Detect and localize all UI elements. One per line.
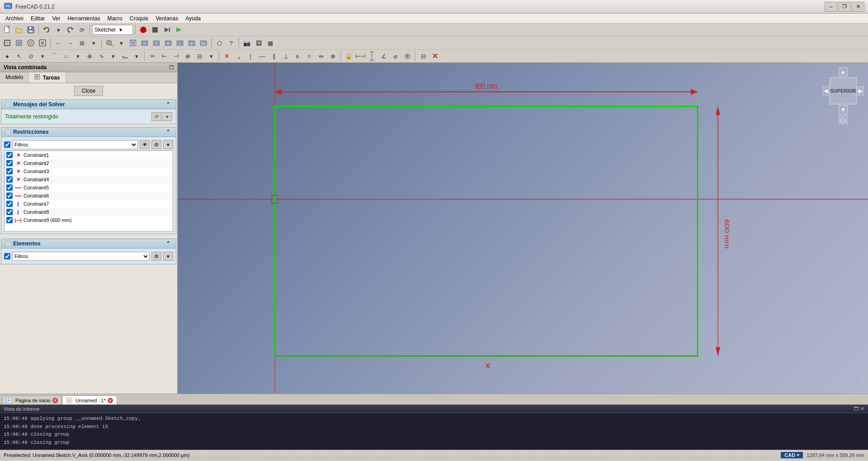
log-detach-btn[interactable]: 🗖 (854, 406, 859, 412)
constrain-coincident[interactable]: ⌟ (233, 51, 244, 61)
cad-dropdown-icon[interactable]: ▾ (797, 453, 799, 457)
mirror-dd[interactable]: ▾ (206, 51, 217, 61)
arc-btn[interactable]: ⌒ (49, 51, 60, 61)
restore-button[interactable]: ❐ (838, 2, 851, 12)
stop-button[interactable] (138, 24, 149, 35)
redo-button[interactable] (65, 24, 75, 35)
constraint3-check[interactable] (6, 168, 13, 174)
view-more-dd[interactable]: ▾ (88, 38, 99, 48)
restrictions-section-header[interactable]: Restricciones ⌃ (1, 127, 176, 137)
constrain-equal[interactable]: = (304, 51, 315, 61)
list-item[interactable]: ✕ Constraint2 (5, 159, 173, 167)
select-btn[interactable]: ↖ (14, 51, 24, 61)
restrictions-dd-btn[interactable]: ▾ (163, 140, 173, 149)
menu-editar[interactable]: Editar (27, 14, 48, 23)
sketch-close-btn[interactable]: ✕ (429, 51, 440, 61)
view-tool-2[interactable]: ? (226, 38, 236, 48)
elements-dd-btn[interactable]: ▾ (163, 252, 173, 261)
elements-section-header[interactable]: Elementos ⌃ (1, 239, 176, 249)
fillet-dd[interactable]: ▾ (131, 51, 142, 61)
render2-btn[interactable]: ▦ (265, 38, 276, 48)
list-item[interactable]: | Constraint8 (5, 208, 173, 216)
list-item[interactable]: ✕ Constraint4 (5, 175, 173, 183)
solver-dd-btn[interactable]: ▾ (162, 112, 172, 121)
home-view-btn[interactable] (127, 38, 138, 48)
photo-btn[interactable]: 📷 (241, 38, 252, 48)
tab-modelo[interactable]: Modelo (0, 72, 29, 83)
ellipse-btn[interactable]: ⊕ (84, 51, 95, 61)
refresh-button[interactable]: ⟳ (76, 24, 87, 35)
mirror-btn[interactable]: ⊟ (194, 51, 205, 61)
menu-macro[interactable]: Macro (104, 14, 126, 23)
back-view-btn[interactable]: B (186, 38, 197, 48)
solver-section-header[interactable]: Mensajes del Solver ⌃ (1, 99, 176, 109)
cad-badge[interactable]: CAD ▾ (781, 452, 803, 458)
zoom-dd[interactable]: ▾ (116, 38, 127, 48)
nav-left-btn[interactable]: ◀ (823, 86, 829, 95)
constraint2-check[interactable] (6, 160, 13, 166)
view-more-btn[interactable]: ⊞ (76, 38, 87, 48)
arc2-btn[interactable]: ⌓ (61, 51, 71, 61)
fillet-btn[interactable]: ⌳ (119, 51, 130, 61)
tab-unnamed[interactable]: S Unnamed : 1* ✕ (62, 395, 117, 405)
nav-home-btn[interactable] (839, 115, 848, 124)
constraint5-check[interactable] (6, 184, 13, 191)
list-item[interactable]: | Constraint7 (5, 200, 173, 208)
extend-btn[interactable]: ⊢ (159, 51, 170, 61)
menu-ayuda[interactable]: Ayuda (182, 14, 204, 23)
panel-resize-btn[interactable]: 🗖 (169, 65, 174, 70)
hdist-btn[interactable]: ⊢⊣ (355, 51, 366, 61)
vdist-btn[interactable]: ⊢⊣ (367, 51, 377, 61)
menu-archivo[interactable]: Archivo (2, 14, 27, 23)
zoom-all-btn[interactable] (104, 38, 115, 48)
menu-ver[interactable]: Ver (48, 14, 64, 23)
list-item[interactable]: ✕ Constraint3 (5, 167, 173, 175)
angle-btn[interactable]: ∠ (378, 51, 389, 61)
constrain-tangent[interactable]: ∧ (292, 51, 303, 61)
menu-herramientas[interactable]: Herramientas (64, 14, 104, 23)
intern-btn[interactable]: ⦿ (402, 51, 413, 61)
fit-select-btn[interactable] (14, 38, 24, 48)
spline-btn[interactable]: ∿ (96, 51, 107, 61)
restrictions-filter-select[interactable]: Filtros (12, 140, 138, 149)
view-tool-1[interactable]: ⬡ (214, 38, 225, 48)
constrain-horiz[interactable]: — (257, 51, 268, 61)
close-button[interactable]: Close (74, 86, 104, 96)
solver-collapse-btn[interactable]: ⌃ (164, 101, 172, 108)
new-button[interactable] (2, 24, 13, 35)
constrain-fix[interactable]: ✕ (222, 51, 232, 61)
nav-cube[interactable]: ▲ ◀ SUPERIOR ▶ ▼ (823, 67, 863, 113)
fwd-btn[interactable]: → (65, 38, 75, 48)
nav-down-btn[interactable]: ▼ (839, 105, 848, 114)
restrictions-filter-checkbox[interactable] (4, 141, 10, 148)
play-square-button[interactable] (150, 24, 160, 35)
constraint8-check[interactable] (6, 209, 13, 215)
arc-dd[interactable]: ▾ (72, 51, 83, 61)
constraint6-check[interactable] (6, 193, 13, 199)
nav-right-btn[interactable]: ▶ (858, 86, 863, 95)
tab-tareas[interactable]: Tareas (29, 72, 66, 83)
save-button[interactable] (25, 24, 36, 35)
restrictions-settings-btn[interactable]: ⚙ (151, 140, 161, 149)
elements-collapse-btn[interactable]: ⌃ (164, 240, 172, 247)
tab-unnamed-close[interactable]: ✕ (108, 398, 113, 403)
tab-pagina-inicio[interactable]: P Página de inicio ✕ (2, 395, 62, 405)
elements-filter-select[interactable]: Filtros (12, 252, 150, 261)
front-view-btn[interactable]: F (139, 38, 150, 48)
menu-croquis[interactable]: Croquis (126, 14, 152, 23)
left-view-btn[interactable]: L (175, 38, 185, 48)
restrictions-eye-btn[interactable]: 👁 (140, 140, 150, 149)
viewport[interactable]: 900 mm 600 mm ▲ ◀ (178, 63, 868, 394)
fit-all-btn[interactable] (2, 38, 13, 48)
constraint7-check[interactable] (6, 201, 13, 207)
constrain-symm[interactable]: ⇔ (316, 51, 326, 61)
offset-btn[interactable]: ⊕ (182, 51, 193, 61)
undo-button[interactable] (41, 24, 52, 35)
bottom-view-btn[interactable]: Bo (198, 38, 209, 48)
list-item[interactable]: — Constraint5 (5, 183, 173, 192)
step-button[interactable] (161, 24, 172, 35)
tab-pagina-close[interactable]: ✕ (52, 398, 58, 403)
right-view-btn[interactable]: R (163, 38, 174, 48)
constrain-parallel[interactable]: ∥ (269, 51, 279, 61)
ring-dd[interactable]: ▾ (37, 51, 48, 61)
